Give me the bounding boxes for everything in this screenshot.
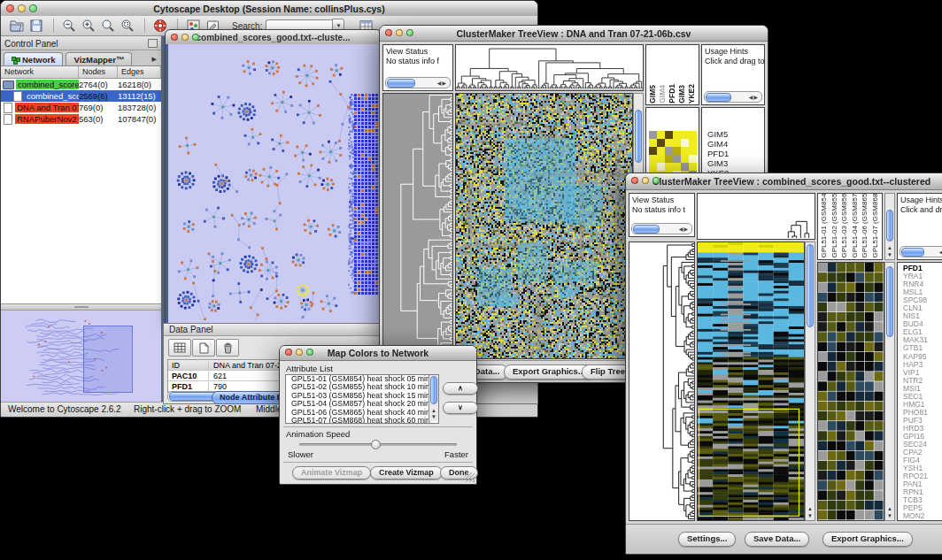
view-status-hscrollbar[interactable]: ◀▶	[631, 223, 692, 234]
network-graph-canvas[interactable]	[168, 44, 379, 320]
tv1-heatmap-panel[interactable]	[455, 93, 633, 359]
hscroll-pill[interactable]	[706, 93, 731, 102]
tv2-labels-vscrollbar[interactable]: ▲ ▼	[884, 193, 895, 260]
tv2-zoom-heatmap-panel[interactable]	[817, 262, 884, 521]
zoom-fit-button[interactable]	[99, 18, 117, 34]
treeview-button[interactable]: Export Graphics...	[504, 364, 594, 380]
dialog-title-bar[interactable]: Map Colors to Network	[280, 346, 476, 361]
usage-hints-hscrollbar[interactable]: ◀▶	[900, 246, 942, 257]
save-button[interactable]	[27, 18, 45, 34]
attribute-list-vscrollbar[interactable]: ▲ ▼	[429, 375, 438, 421]
column-label[interactable]: GIM4	[658, 85, 667, 104]
close-button[interactable]	[6, 4, 14, 12]
column-label[interactable]: GIM5	[648, 85, 657, 104]
tv2-column-dendrogram-panel[interactable]	[697, 193, 815, 240]
tv1-row-dendrogram-panel[interactable]	[382, 93, 453, 359]
treeview1-title-bar[interactable]: ClusterMaker TreeView : DNA and Tran 07-…	[380, 26, 768, 42]
minimize-button[interactable]	[18, 4, 26, 12]
tv2-heatmap-panel[interactable]	[697, 242, 805, 521]
usage-hints-hscrollbar[interactable]: ◀▶	[704, 91, 762, 103]
scroll-down-icon[interactable]: ▼	[806, 513, 815, 519]
gene-label[interactable]: MON2	[900, 512, 942, 520]
network-tree-row[interactable]: DNA and Tran 07 769(0) 183728(0)	[1, 102, 161, 113]
tv1-row-dendrogram-canvas[interactable]	[383, 94, 452, 358]
column-label[interactable]: GPL51-06 (GSM865)	[861, 193, 870, 258]
tv2-col-dendrogram-canvas[interactable]	[698, 194, 815, 239]
slider-thumb[interactable]	[371, 440, 381, 449]
column-label[interactable]: GPL51-07 (GSM868)	[871, 193, 881, 258]
tv1-col-dendrogram-canvas[interactable]	[456, 45, 643, 90]
scroll-up-icon[interactable]: ▲	[806, 506, 815, 512]
minimize-button[interactable]	[642, 177, 649, 184]
dialog-button[interactable]: Create Vizmap	[370, 466, 443, 479]
zoom-selected-button[interactable]	[119, 18, 136, 34]
attribute-list-item[interactable]: GPL51-07 (GSM868) heat shock 60 min	[289, 417, 438, 424]
tv1-mini-heatmap[interactable]	[649, 131, 697, 179]
vscroll-pill[interactable]	[886, 266, 893, 337]
tab-vizmapper[interactable]: VizMapper™	[66, 52, 132, 65]
scroll-up-icon[interactable]: ▲	[885, 506, 894, 512]
hscroll-pill[interactable]	[633, 225, 660, 234]
zoom-button[interactable]	[652, 177, 660, 184]
float-panel-icon[interactable]	[148, 39, 158, 48]
move-down-button[interactable]: ∨	[443, 402, 478, 414]
tab-overflow-arrow[interactable]: ▶	[148, 56, 161, 65]
panel-splitter[interactable]	[1, 303, 161, 311]
view-status-hscrollbar[interactable]: ◀▶	[385, 77, 451, 88]
column-label[interactable]: GIM3	[677, 85, 686, 104]
network-tree-row[interactable]: combined_sco 2569(6) 13112(15)	[1, 90, 161, 102]
close-button[interactable]	[631, 177, 638, 184]
treeview-button[interactable]: Export Graphics...	[822, 532, 913, 547]
column-label[interactable]: PAC10	[697, 80, 699, 104]
row-label[interactable]: PFD1	[705, 149, 764, 158]
tv2-zoom-heatmap-canvas[interactable]	[818, 263, 884, 520]
treeview2-title-bar[interactable]: ClusterMaker TreeView : combined_scores_…	[626, 173, 942, 190]
treeview-button[interactable]: Save Data...	[745, 532, 809, 547]
move-up-button[interactable]: ∧	[443, 382, 478, 395]
treeview-button[interactable]: Settings...	[678, 532, 736, 547]
column-label[interactable]: GPL51-02 (GSM855)	[830, 193, 840, 258]
scroll-down-icon[interactable]: ▼	[885, 513, 894, 519]
hscroll-pill[interactable]	[901, 248, 924, 257]
open-file-button[interactable]	[8, 18, 26, 34]
hscroll-pill[interactable]	[387, 79, 415, 88]
minimize-button[interactable]	[296, 349, 303, 356]
tv1-heatmap-canvas[interactable]	[456, 94, 632, 358]
close-button[interactable]	[285, 349, 292, 356]
tv2-row-dendrogram-canvas[interactable]	[629, 242, 694, 520]
vscroll-pill[interactable]	[430, 376, 437, 404]
vscroll-pill[interactable]	[886, 210, 893, 242]
row-label[interactable]: GIM5	[705, 129, 764, 139]
zoom-button[interactable]	[306, 349, 313, 356]
column-label[interactable]: YKE2	[687, 84, 696, 104]
zoom-out-button[interactable]	[60, 18, 78, 34]
column-label[interactable]: PFD1	[668, 84, 676, 104]
minimize-button[interactable]	[181, 34, 189, 41]
vscroll-pill[interactable]	[807, 244, 814, 327]
scroll-up-icon[interactable]: ▲	[885, 245, 894, 251]
scroll-down-icon[interactable]: ▼	[885, 252, 894, 258]
zoom-in-button[interactable]	[80, 18, 97, 34]
tv2-heatmap-vscrollbar[interactable]: ▲ ▼	[805, 242, 815, 521]
overview-canvas[interactable]	[2, 311, 158, 402]
tv2-row-dendrogram-panel[interactable]	[629, 242, 695, 521]
zoom-button[interactable]	[192, 34, 199, 41]
tv1-column-dendrogram-panel[interactable]	[455, 44, 644, 91]
close-button[interactable]	[385, 29, 392, 36]
minimize-button[interactable]	[396, 29, 403, 36]
dialog-button[interactable]: Animate Vizmap	[292, 466, 371, 479]
scroll-up-icon[interactable]: ▲	[429, 408, 438, 414]
resize-grip[interactable]	[465, 472, 475, 482]
zoom-button[interactable]	[29, 4, 37, 12]
row-label[interactable]: GIM3	[705, 158, 764, 168]
tab-network[interactable]: Network	[4, 52, 63, 65]
column-label[interactable]: GPL51-03 (GSM856)	[840, 193, 850, 258]
close-button[interactable]	[171, 34, 178, 41]
column-label[interactable]: GPL51-04 (GSM857)	[851, 193, 861, 258]
zoom-button[interactable]	[406, 29, 413, 36]
tv2-zoom-vscrollbar[interactable]: ▲ ▼	[884, 262, 895, 521]
network-tree-row[interactable]: combined_scores 2764(0) 16218(0)	[1, 79, 161, 90]
network-tree-row[interactable]: RNAPuberNov2+ 563(0) 107847(0)	[1, 113, 161, 125]
delete-attribute-trash-icon[interactable]	[216, 339, 239, 357]
select-attributes-icon[interactable]	[168, 339, 191, 357]
